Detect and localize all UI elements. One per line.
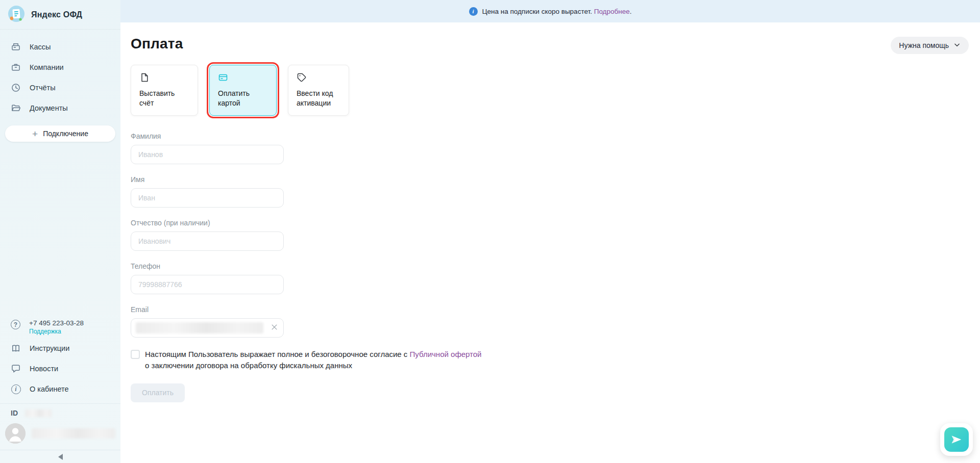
firstname-input[interactable] bbox=[131, 188, 284, 208]
main-area: i Цена на подписки скоро вырастет. Подро… bbox=[120, 0, 980, 463]
info-banner-icon: i bbox=[469, 7, 478, 16]
book-icon bbox=[11, 343, 21, 353]
pay-method-card-card[interactable]: Оплатить картой bbox=[209, 65, 277, 116]
sidebar-item-label: Отчёты bbox=[30, 84, 56, 92]
tag-icon bbox=[297, 72, 307, 83]
clock-icon bbox=[11, 83, 21, 93]
question-icon: ? bbox=[11, 320, 20, 329]
connect-button-label: Подключение bbox=[43, 130, 88, 138]
agreement-text: Настоящим Пользователь выражает полное и… bbox=[145, 349, 482, 371]
public-offer-link[interactable]: Публичной офертой bbox=[410, 350, 482, 358]
agreement-row: Настоящим Пользователь выражает полное и… bbox=[131, 349, 519, 371]
user-name-redacted bbox=[32, 428, 115, 439]
field-middlename: Отчество (при наличии) bbox=[131, 219, 284, 251]
clear-icon bbox=[271, 323, 278, 332]
payment-method-cards: Выставить счёт Оплатить картой Ввести ко… bbox=[131, 65, 969, 116]
brand-name: Яндекс ОФД bbox=[31, 10, 82, 19]
id-value-redacted bbox=[25, 409, 52, 417]
need-help-button[interactable]: Нужна помощь bbox=[891, 37, 969, 54]
sidebar-item-label: Кассы bbox=[30, 43, 51, 51]
support-link[interactable]: Поддержка bbox=[29, 328, 84, 335]
sidebar-item-label: Документы bbox=[30, 104, 68, 112]
sidebar-item-o-kabinete[interactable]: i О кабинете bbox=[0, 379, 120, 399]
collapse-arrow-icon bbox=[58, 454, 63, 460]
field-label: Email bbox=[131, 305, 284, 314]
cash-register-icon bbox=[11, 42, 21, 52]
field-label: Фамилия bbox=[131, 132, 284, 140]
banner-text: Цена на подписки скоро вырастет. bbox=[482, 8, 592, 15]
invoice-icon bbox=[139, 72, 150, 83]
yandex-ofd-logo-icon bbox=[8, 6, 24, 24]
payment-form: Фамилия Имя Отчество (при наличии) Телеф… bbox=[131, 132, 284, 402]
sidebar-item-kassy[interactable]: Кассы bbox=[0, 37, 120, 57]
field-lastname: Фамилия bbox=[131, 132, 284, 164]
sidebar-item-label: Новости bbox=[30, 365, 58, 373]
credit-card-icon bbox=[218, 72, 228, 83]
briefcase-icon bbox=[11, 62, 21, 72]
sidebar-collapse-button[interactable] bbox=[0, 450, 120, 463]
sidebar-nav: Кассы Компании Отчёты Документы bbox=[0, 37, 120, 118]
chat-widget-button[interactable] bbox=[940, 423, 973, 456]
sidebar-item-label: О кабинете bbox=[30, 385, 69, 393]
page-title: Оплата bbox=[131, 36, 183, 52]
support-block: ? +7 495 223-03-28 Поддержка bbox=[0, 316, 120, 338]
field-email: Email bbox=[131, 305, 284, 338]
field-phone: Телефон bbox=[131, 262, 284, 294]
need-help-label: Нужна помощь bbox=[899, 41, 949, 49]
plus-icon: + bbox=[32, 129, 38, 139]
lastname-input[interactable] bbox=[131, 145, 284, 164]
phone-input[interactable] bbox=[131, 275, 284, 294]
banner-link[interactable]: Подробнее bbox=[594, 8, 630, 15]
folder-icon bbox=[11, 103, 21, 113]
avatar bbox=[5, 423, 26, 444]
support-phone: +7 495 223-03-28 bbox=[29, 319, 84, 327]
pay-method-activation-code-card[interactable]: Ввести код активации bbox=[288, 65, 349, 116]
user-account-row[interactable] bbox=[0, 420, 120, 450]
brand-header: Яндекс ОФД bbox=[0, 0, 120, 30]
pay-method-invoice-card[interactable]: Выставить счёт bbox=[131, 65, 198, 116]
chat-bubble-icon bbox=[11, 364, 21, 374]
sidebar-item-novosti[interactable]: Новости bbox=[0, 358, 120, 379]
sidebar: Яндекс ОФД Кассы Компании Отчёты bbox=[0, 0, 120, 463]
email-value-redacted bbox=[136, 322, 263, 333]
sidebar-item-kompanii[interactable]: Компании bbox=[0, 57, 120, 78]
pay-method-label: Ввести код активации bbox=[297, 89, 341, 108]
field-firstname: Имя bbox=[131, 175, 284, 208]
connect-button[interactable]: + Подключение bbox=[5, 125, 115, 142]
account-id-row: ID bbox=[0, 403, 120, 420]
info-icon: i bbox=[11, 384, 21, 394]
pay-submit-button[interactable]: Оплатить bbox=[131, 383, 185, 402]
id-label: ID bbox=[11, 409, 18, 417]
sidebar-item-dokumenty[interactable]: Документы bbox=[0, 98, 120, 118]
field-label: Телефон bbox=[131, 262, 284, 270]
paper-plane-icon bbox=[944, 427, 969, 452]
notification-banner: i Цена на подписки скоро вырастет. Подро… bbox=[120, 0, 980, 22]
field-label: Отчество (при наличии) bbox=[131, 219, 284, 227]
sidebar-item-label: Инструкции bbox=[30, 344, 69, 352]
sidebar-item-instrukcii[interactable]: Инструкции bbox=[0, 338, 120, 358]
pay-method-label: Оплатить картой bbox=[218, 89, 269, 108]
payment-page: Оплата Нужна помощь Выставить счёт bbox=[120, 22, 980, 463]
sidebar-item-label: Компании bbox=[30, 63, 64, 71]
clear-email-button[interactable] bbox=[268, 322, 280, 333]
agreement-checkbox[interactable] bbox=[131, 350, 140, 359]
pay-method-label: Выставить счёт bbox=[139, 89, 190, 108]
middlename-input[interactable] bbox=[131, 232, 284, 251]
app-window: Яндекс ОФД Кассы Компании Отчёты bbox=[0, 0, 980, 463]
sidebar-item-otchety[interactable]: Отчёты bbox=[0, 78, 120, 98]
chevron-down-icon bbox=[953, 41, 961, 50]
field-label: Имя bbox=[131, 175, 284, 184]
